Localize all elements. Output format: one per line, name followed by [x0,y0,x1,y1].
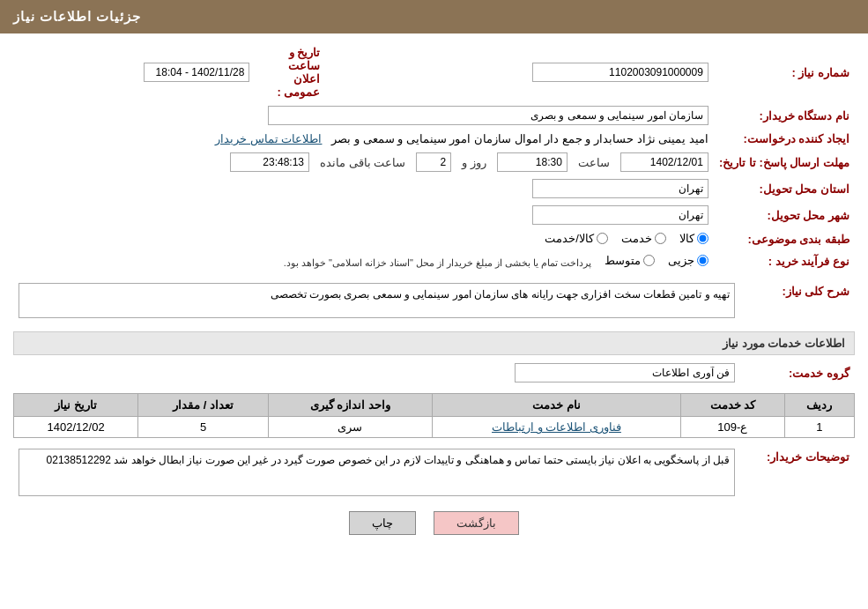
category-kala-radio[interactable] [697,233,708,244]
need-number-value-cell [325,42,714,102]
col-service-code: کد خدمت [680,394,784,417]
col-need-date: تاریخ نیاز [14,394,138,417]
reply-time-input[interactable] [497,152,568,172]
service-group-label: گروه خدمت: [740,360,855,386]
reply-remaining-label: ساعت باقی مانده [316,156,409,169]
purchase-jozei-radio[interactable] [697,255,708,266]
service-cell-date: 1402/12/02 [14,417,138,438]
col-row-number: ردیف [784,394,854,417]
purchase-jozei-option[interactable]: جزیی [668,254,708,267]
reply-deadline-value-cell: ساعت روز و ساعت باقی مانده [13,149,714,175]
buyer-org-value-cell [13,102,714,129]
services-table-header: ردیف کد خدمت نام خدمت واحد اندازه گیری ت… [14,394,855,417]
need-number-input[interactable] [532,63,708,82]
delivery-city-row: شهر محل تحویل: [13,202,855,228]
purchase-type-row: نوع فرآیند خرید : جزیی متوسط پرداخت [13,250,855,272]
back-button[interactable]: بازگشت [434,511,519,535]
purchase-type-label: نوع فرآیند خرید : [714,250,855,272]
announce-datetime-label: تاریخ و ساعت اعلان عمومی : [277,46,320,99]
col-service-name: نام خدمت [433,394,681,417]
service-group-table: گروه خدمت: [13,360,855,386]
purchase-note: پرداخت تمام یا بخشی از مبلغ خریدار از مح… [284,257,592,268]
need-desc-label: شرح کلی نیاز: [740,279,855,324]
service-cell-code: ع-109 [680,417,784,438]
announce-datetime-input[interactable] [144,63,249,82]
reply-days-label: روز و [458,156,490,169]
delivery-province-value-cell [13,175,714,202]
purchase-motavaset-label: متوسط [605,254,641,267]
delivery-province-input[interactable] [532,179,708,198]
reply-deadline-label: مهلت ارسال پاسخ: تا تاریخ: [714,149,855,175]
reply-time-label: ساعت [575,156,613,169]
buyer-notes-table: توضیحات خریدار: [13,445,855,502]
buyer-org-label: نام دستگاه خریدار: [714,102,855,129]
category-kala-khadamat-label: کالا/خدمت [545,232,594,245]
page-header: جزئیات اطلاعات نیاز [0,0,868,33]
services-table: ردیف کد خدمت نام خدمت واحد اندازه گیری ت… [13,393,855,438]
reply-remaining-input[interactable] [230,152,309,172]
requester-value-cell: امید یمینی نژاد حسابدار و جمع دار اموال … [13,129,714,149]
col-quantity: تعداد / مقدار [138,394,269,417]
announce-datetime-cell [13,42,255,102]
page-wrapper: جزئیات اطلاعات نیاز شماره نیاز : تاریخ و… [0,0,868,609]
delivery-city-value-cell [13,202,714,228]
category-khadamat-radio[interactable] [655,233,666,244]
delivery-city-input[interactable] [532,205,708,225]
main-info-table: شماره نیاز : تاریخ و ساعت اعلان عمومی : … [13,42,855,272]
buyer-org-row: نام دستگاه خریدار: [13,102,855,129]
buyer-notes-label: توضیحات خریدار: [740,445,855,502]
purchase-type-value-cell: جزیی متوسط پرداخت تمام یا بخشی از مبلغ خ… [13,250,714,272]
content-area: شماره نیاز : تاریخ و ساعت اعلان عمومی : … [0,33,868,557]
delivery-province-row: استان محل تحویل: [13,175,855,202]
need-desc-table: شرح کلی نیاز: [13,279,855,324]
service-cell-quantity: 5 [138,417,269,438]
col-unit: واحد اندازه گیری [268,394,432,417]
service-group-value-cell [13,360,740,386]
buyer-org-input[interactable] [268,106,708,125]
service-cell-unit: سری [268,417,432,438]
reply-deadline-row: مهلت ارسال پاسخ: تا تاریخ: ساعت روز و سا… [13,149,855,175]
print-button[interactable]: چاپ [349,511,416,535]
category-kala-label: کالا [679,232,694,245]
category-kala-khadamat-option[interactable]: کالا/خدمت [545,232,608,245]
need-desc-value-cell [13,279,740,324]
requester-label: ایجاد کننده درخواست: [714,129,855,149]
category-khadamat-label: خدمت [621,232,652,245]
category-label: طبقه بندی موضوعی: [714,228,855,250]
reply-deadline-row-inner: ساعت روز و ساعت باقی مانده [19,152,708,172]
requester-contact-link[interactable]: اطلاعات تماس خریدار [215,132,322,145]
services-section-title: اطلاعات خدمات مورد نیاز [13,331,855,355]
buyer-notes-row: توضیحات خریدار: [13,445,855,502]
requester-text: امید یمینی نژاد حسابدار و جمع دار اموال … [331,132,708,145]
need-desc-textarea[interactable] [19,283,735,318]
page-title: جزئیات اطلاعات نیاز [13,9,141,24]
delivery-city-label: شهر محل تحویل: [714,202,855,228]
buyer-notes-value-cell [13,445,740,502]
reply-date-input[interactable] [620,152,708,172]
purchase-motavaset-radio[interactable] [643,255,655,266]
category-khadamat-option[interactable]: خدمت [621,232,666,245]
need-desc-row: شرح کلی نیاز: [13,279,855,324]
purchase-jozei-label: جزیی [668,254,694,267]
purchase-type-radio-group: جزیی متوسط [605,254,708,267]
category-value-cell: کالا خدمت کالا/خدمت [13,228,714,250]
service-cell-row: 1 [784,417,854,438]
services-table-body: 1ع-109فناوری اطلاعات و ارتباطاتسری51402/… [14,417,855,438]
button-row: بازگشت چاپ [13,511,855,535]
reply-days-input[interactable] [416,152,451,172]
services-header-row: ردیف کد خدمت نام خدمت واحد اندازه گیری ت… [14,394,855,417]
need-number-label: شماره نیاز : [714,42,855,102]
buyer-notes-textarea[interactable] [19,449,735,496]
need-number-row: شماره نیاز : تاریخ و ساعت اعلان عمومی : [13,42,855,102]
requester-row: ایجاد کننده درخواست: امید یمینی نژاد حسا… [13,129,855,149]
service-cell-name[interactable]: فناوری اطلاعات و ارتباطات [433,417,681,438]
category-radio-group: کالا خدمت کالا/خدمت [545,232,708,245]
purchase-motavaset-option[interactable]: متوسط [605,254,655,267]
service-group-input[interactable] [515,363,735,382]
table-row: 1ع-109فناوری اطلاعات و ارتباطاتسری51402/… [14,417,855,438]
category-row: طبقه بندی موضوعی: کالا خدمت [13,228,855,250]
delivery-province-label: استان محل تحویل: [714,175,855,202]
category-kala-khadamat-radio[interactable] [597,233,608,244]
service-group-row: گروه خدمت: [13,360,855,386]
category-kala-option[interactable]: کالا [679,232,708,245]
